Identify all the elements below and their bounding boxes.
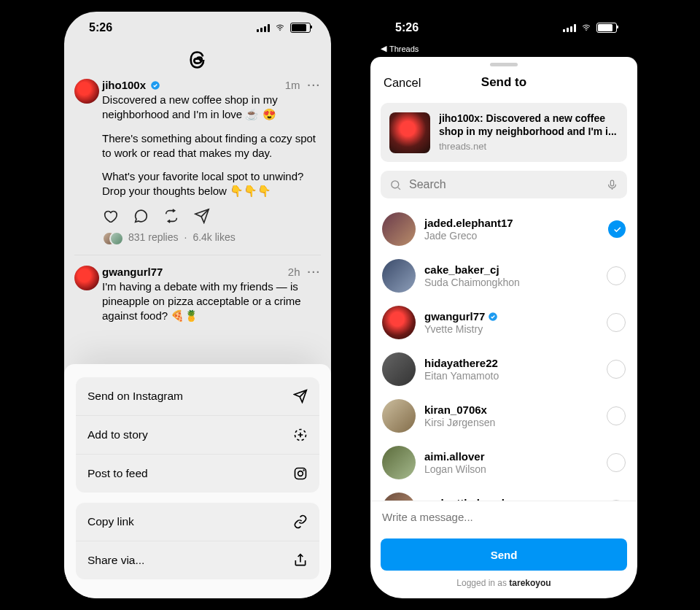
select-toggle[interactable]: [608, 220, 626, 238]
app-header: [64, 44, 331, 79]
share-add-to-story[interactable]: Add to story: [76, 415, 319, 454]
share-preview: jiho100x: Discovered a new coffee shop i…: [381, 103, 627, 162]
share-row-label: Send on Instagram: [88, 390, 183, 403]
recipient-username: jaded.elephant17: [424, 217, 599, 230]
select-toggle[interactable]: [607, 313, 626, 332]
recipient-row[interactable]: hidayathere22Eitan Yamamoto: [381, 346, 627, 393]
share-via[interactable]: Share via...: [76, 541, 319, 579]
avatar[interactable]: [74, 266, 99, 290]
search-field[interactable]: [381, 171, 627, 198]
share-group-secondary: Copy link Share via...: [76, 503, 319, 579]
status-time: 5:26: [89, 21, 112, 34]
share-row-label: Post to feed: [88, 467, 148, 480]
instagram-icon: [293, 466, 308, 481]
recipient-row[interactable]: aimi.alloverLogan Wilson: [381, 439, 627, 486]
recipient-username: cake_baker_cj: [424, 263, 598, 277]
phone-threads: 5:26 jiho100x 1m ··· Discovered a new: [64, 12, 331, 598]
like-icon[interactable]: [102, 208, 118, 224]
battery-icon: [596, 23, 617, 33]
avatar: [382, 212, 416, 246]
avatar[interactable]: [74, 79, 99, 104]
sheet-header: Cancel Send to: [370, 68, 637, 97]
select-toggle[interactable]: [607, 453, 626, 472]
select-toggle[interactable]: [607, 266, 626, 285]
select-toggle[interactable]: [607, 406, 626, 425]
post-age: 2h: [288, 266, 300, 278]
avatar: [382, 306, 416, 339]
recipient-row[interactable]: gwangurl77 Yvette Mistry: [381, 299, 627, 346]
preview-text: jiho100x: Discovered a new coffee shop i…: [439, 112, 618, 138]
post-stats[interactable]: 831 replies · 6.4k likes: [102, 230, 321, 244]
share-row-label: Share via...: [88, 554, 144, 567]
post-body: Discovered a new coffee shop in my neigh…: [102, 91, 321, 199]
recipient-row[interactable]: cake_baker_cjSuda Chaimongkhon: [381, 252, 627, 299]
recipient-username: hidayathere22: [424, 357, 598, 370]
recipient-row[interactable]: kiran_0706xKirsi Jørgensen: [381, 393, 627, 439]
avatar: [382, 399, 416, 433]
verified-badge-icon: [488, 312, 498, 322]
recipient-fullname: Suda Chaimongkhon: [424, 277, 598, 289]
recipient-fullname: Logan Wilson: [424, 463, 598, 476]
sheet-footer: Logged in as tarekoyou: [370, 571, 637, 598]
avatar: [382, 493, 416, 501]
recipient-row[interactable]: endoatthebeachAlexa Smith: [381, 486, 627, 501]
repliers-avatars: [102, 230, 122, 244]
cellular-icon: [257, 24, 270, 32]
recipient-row[interactable]: jaded.elephant17Jade Greco: [381, 206, 627, 252]
share-group-primary: Send on Instagram Add to story Post to f…: [76, 377, 319, 493]
send-icon[interactable]: [194, 208, 210, 224]
share-row-label: Add to story: [88, 428, 148, 441]
wifi-icon: [580, 23, 592, 32]
reply-count: 831 replies: [128, 231, 179, 243]
status-icons: [563, 23, 617, 33]
recipient-username: gwangurl77: [424, 310, 598, 323]
comment-icon[interactable]: [133, 208, 149, 224]
post-username[interactable]: jiho100x: [102, 79, 146, 91]
cancel-button[interactable]: Cancel: [384, 76, 421, 90]
threads-logo-icon[interactable]: [187, 50, 208, 70]
message-composer[interactable]: [370, 501, 637, 531]
recipient-username: kiran_0706x: [424, 404, 598, 417]
status-bar: 5:26: [370, 12, 637, 44]
feed[interactable]: jiho100x 1m ··· Discovered a new coffee …: [64, 79, 331, 339]
feed-post[interactable]: gwangurl77 2h ··· I'm having a debate wi…: [74, 255, 321, 340]
battery-icon: [290, 23, 311, 33]
post-actions: [102, 205, 321, 230]
recipient-list[interactable]: jaded.elephant17Jade Grecocake_baker_cjS…: [370, 203, 637, 501]
logged-in-user: tarekoyou: [509, 578, 551, 588]
message-input[interactable]: [381, 510, 630, 524]
wifi-icon: [274, 23, 286, 32]
add-story-icon: [293, 428, 308, 442]
search-icon: [389, 179, 402, 191]
drag-handle[interactable]: [490, 63, 518, 66]
recipient-fullname: Jade Greco: [424, 230, 599, 242]
post-menu-button[interactable]: ···: [307, 266, 321, 278]
search-input[interactable]: [408, 177, 600, 192]
avatar: [382, 259, 416, 293]
share-icon: [293, 553, 308, 568]
post-menu-button[interactable]: ···: [307, 79, 321, 91]
select-toggle[interactable]: [607, 360, 626, 379]
avatar: [382, 446, 416, 479]
mic-icon[interactable]: [606, 179, 618, 191]
avatar: [382, 352, 416, 386]
recipient-username: aimi.allover: [424, 450, 598, 463]
status-icons: [257, 23, 311, 33]
send-button[interactable]: Send: [381, 538, 627, 571]
feed-post[interactable]: jiho100x 1m ··· Discovered a new coffee …: [74, 79, 321, 255]
share-row-label: Copy link: [88, 515, 134, 528]
post-age: 1m: [285, 79, 300, 91]
post-body: I'm having a debate with my friends — is…: [102, 278, 321, 324]
preview-thumbnail: [389, 112, 430, 153]
chevron-left-icon: ◀︎: [381, 44, 386, 53]
repost-icon[interactable]: [163, 208, 179, 224]
post-username[interactable]: gwangurl77: [102, 266, 163, 278]
send-to-sheet: Cancel Send to jiho100x: Discovered a ne…: [370, 57, 637, 598]
share-send-instagram[interactable]: Send on Instagram: [76, 377, 319, 415]
phone-instagram-share: 5:26 ◀︎ Threads Cancel Send to jiho100x:…: [370, 12, 637, 598]
share-post-to-feed[interactable]: Post to feed: [76, 454, 319, 493]
link-icon: [293, 514, 308, 529]
share-copy-link[interactable]: Copy link: [76, 503, 319, 541]
recipient-fullname: Yvette Mistry: [424, 323, 598, 336]
back-to-app[interactable]: ◀︎ Threads: [370, 44, 637, 56]
